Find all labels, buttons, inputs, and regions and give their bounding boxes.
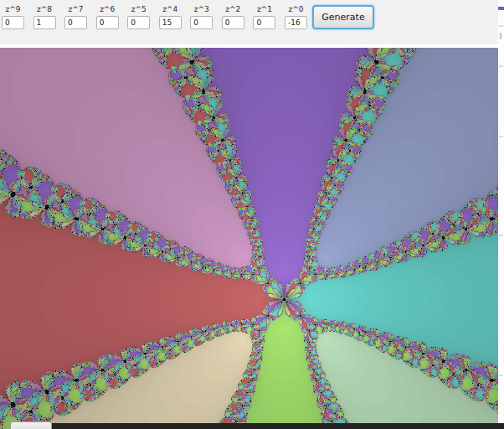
coeff-input-z0[interactable] [285, 16, 307, 29]
coeff-field-z5: z^5 [127, 6, 150, 29]
bottom-left-button[interactable] [10, 421, 52, 429]
background-window-edge: ) [498, 0, 504, 429]
coeff-label-z9: z^9 [2, 6, 24, 13]
coeff-input-z5[interactable] [127, 16, 150, 29]
coeff-label-z3: z^3 [190, 6, 213, 13]
coeff-input-z3[interactable] [190, 16, 213, 29]
background-window-tick [499, 136, 503, 137]
background-window-tick [499, 25, 503, 27]
coeff-input-z4[interactable] [159, 16, 182, 29]
coeff-field-z4: z^4 [159, 6, 182, 29]
coeff-label-z7: z^7 [64, 6, 87, 13]
coeff-field-z9: z^9 [2, 6, 24, 29]
coeff-field-z7: z^7 [64, 6, 87, 29]
generate-button[interactable]: Generate [312, 5, 374, 29]
coeff-field-z0: z^0 [285, 6, 307, 29]
coeff-input-z2[interactable] [222, 16, 244, 29]
background-window-tick [499, 375, 503, 376]
coeff-label-z6: z^6 [96, 6, 119, 13]
coeff-label-z4: z^4 [159, 6, 182, 13]
coefficient-toolbar: z^9z^8z^7z^6z^5z^4z^3z^2z^1z^0 Generate [0, 0, 498, 44]
coeff-field-z1: z^1 [253, 6, 275, 29]
coeff-input-z7[interactable] [64, 16, 87, 29]
coeff-field-z2: z^2 [222, 6, 244, 29]
coeff-field-z6: z^6 [96, 6, 119, 29]
coeff-input-z8[interactable] [33, 16, 56, 29]
coeff-label-z8: z^8 [33, 6, 56, 13]
coeff-label-z0: z^0 [285, 6, 307, 13]
background-window-tick [499, 65, 503, 67]
coeff-input-z1[interactable] [253, 16, 275, 29]
coeff-input-z6[interactable] [96, 16, 119, 29]
coeff-field-z8: z^8 [33, 6, 56, 29]
coeff-input-z9[interactable] [2, 16, 24, 29]
coeff-field-z3: z^3 [190, 6, 213, 29]
coeff-label-z1: z^1 [253, 6, 275, 13]
bottom-window-bar [52, 423, 504, 429]
background-window-accent [498, 7, 504, 10]
background-window-tick [499, 235, 503, 236]
fractal-canvas[interactable] [0, 48, 498, 429]
background-window-glyph: ) [499, 32, 502, 40]
coeff-label-z5: z^5 [127, 6, 150, 13]
coeff-label-z2: z^2 [222, 6, 244, 13]
